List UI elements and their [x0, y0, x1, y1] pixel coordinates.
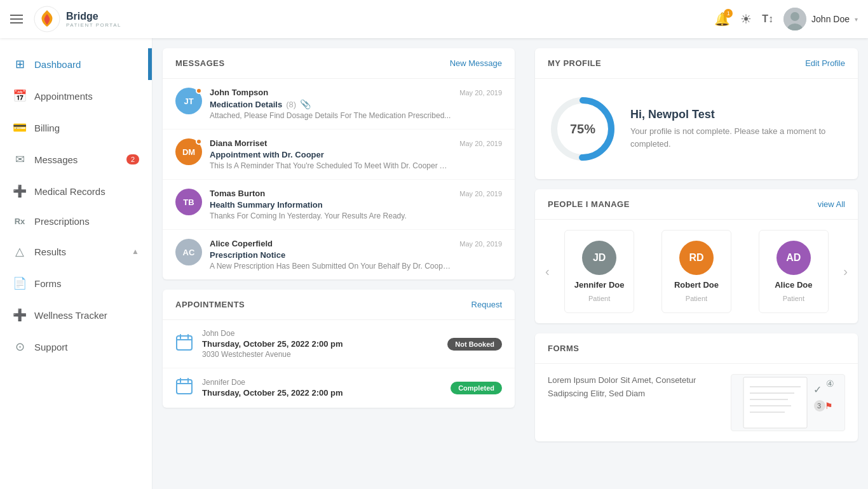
message-item[interactable]: AC Alice Coperfield May 20, 2019 Prescri… — [163, 230, 515, 279]
sidebar-label-prescriptions: Prescriptions — [34, 216, 90, 227]
message-top: Tomas Burton May 20, 2019 — [210, 189, 502, 198]
message-item[interactable]: DM Diana Morriset May 20, 2019 Appointme… — [163, 130, 515, 180]
billing-icon: 💳 — [13, 121, 27, 135]
messages-card-header: MESSAGES New Message — [163, 48, 515, 79]
forms-preview-image: ✓ ④ ⚑ 3 — [731, 374, 845, 431]
message-content: John Tompson May 20, 2019 Medication Det… — [210, 88, 502, 120]
sidebar-item-medical-records[interactable]: ➕ Medical Records — [0, 175, 152, 207]
avatar-dm: DM — [175, 138, 202, 165]
logo: Bridge PATIENT PORTAL — [33, 5, 121, 33]
new-message-button[interactable]: New Message — [450, 58, 502, 68]
appointment-status-badge: Completed — [451, 382, 502, 394]
person-role-jennifer: Patient — [588, 295, 610, 302]
person-avatar-ad: AD — [776, 241, 811, 275]
svg-text:3: 3 — [817, 402, 821, 410]
person-role-robert: Patient — [686, 295, 707, 302]
forms-content: Lorem Ipsum Dolor Sit Amet, Consetetur S… — [535, 364, 858, 441]
sidebar-item-messages[interactable]: ✉ Messages 2 — [0, 144, 152, 175]
right-panel: MY PROFILE Edit Profile 75% Hi, Newpol T… — [525, 38, 868, 489]
notification-bell[interactable]: 🔔 1 — [714, 11, 730, 27]
user-name: John Doe — [811, 14, 850, 24]
avatar-jt: JT — [175, 88, 202, 114]
user-chevron: ▾ — [855, 16, 858, 23]
user-menu[interactable]: John Doe ▾ — [783, 8, 858, 30]
message-content: Alice Coperfield May 20, 2019 Prescripti… — [210, 239, 502, 271]
svg-rect-4 — [177, 336, 192, 350]
message-subject: Appointment with Dr. Cooper — [210, 150, 502, 159]
view-all-button[interactable]: view All — [818, 199, 845, 209]
forms-icon: 📄 — [13, 276, 27, 290]
people-card: PEOPLE I MANAGE view All ‹ JD Jennifer D… — [535, 189, 858, 323]
message-sender: Tomas Burton — [210, 189, 265, 198]
message-sender: Alice Coperfield — [210, 239, 273, 248]
request-appointment-button[interactable]: Request — [471, 300, 502, 309]
sidebar-label-messages: Messages — [34, 154, 78, 165]
user-avatar — [783, 8, 806, 30]
appointment-date: Thursday, October 25, 2022 2:00 pm — [202, 339, 438, 349]
messages-card: MESSAGES New Message JT John Tompson May… — [163, 48, 515, 279]
avatar-ac: AC — [175, 239, 202, 265]
person-card-robert[interactable]: RD Robert Doe Patient — [661, 230, 731, 313]
sidebar-item-results[interactable]: △ Results ▲ — [0, 236, 152, 267]
sidebar: ⊞ Dashboard 📅 Appointments 💳 Billing ✉ M… — [0, 38, 153, 489]
header: Bridge PATIENT PORTAL 🔔 1 ☀ T↕ John Doe … — [0, 0, 868, 38]
profile-greeting: Hi, Newpol Test — [630, 108, 845, 121]
forms-title: FORMS — [548, 344, 579, 353]
sidebar-item-appointments[interactable]: 📅 Appointments — [0, 80, 152, 112]
logo-subtitle: PATIENT PORTAL — [66, 22, 121, 28]
profile-progress-circle: 75% — [548, 94, 618, 164]
header-right: 🔔 1 ☀ T↕ John Doe ▾ — [714, 8, 858, 30]
appointments-card-header: APPOINTMENTS Request — [163, 290, 515, 320]
sidebar-item-forms[interactable]: 📄 Forms — [0, 267, 152, 299]
svg-rect-8 — [177, 380, 192, 394]
profile-percentage: 75% — [570, 122, 595, 137]
message-preview: This Is A Reminder That You're Scheduled… — [210, 161, 451, 170]
svg-text:④: ④ — [826, 378, 834, 389]
profile-title: MY PROFILE — [548, 58, 601, 68]
appointment-patient: Jennifer Doe — [202, 378, 442, 387]
sidebar-item-wellness-tracker[interactable]: ➕ Wellness Tracker — [0, 299, 152, 331]
person-card-jennifer[interactable]: JD Jennifer Doe Patient — [564, 230, 634, 313]
sidebar-item-billing[interactable]: 💳 Billing — [0, 112, 152, 144]
message-item[interactable]: JT John Tompson May 20, 2019 Medication … — [163, 79, 515, 130]
medical-records-icon: ➕ — [13, 184, 27, 198]
people-prev-button[interactable]: ‹ — [541, 264, 553, 279]
edit-profile-button[interactable]: Edit Profile — [805, 58, 845, 68]
person-role-alice: Patient — [783, 295, 804, 302]
appointment-status-badge: Not Booked — [447, 338, 502, 351]
person-card-alice[interactable]: AD Alice Doe Patient — [759, 230, 829, 313]
people-next-button[interactable]: › — [839, 264, 851, 279]
profile-content: 75% Hi, Newpol Test Your profile is not … — [535, 79, 858, 179]
header-left: Bridge PATIENT PORTAL — [10, 5, 121, 33]
sidebar-item-prescriptions[interactable]: Rx Prescriptions — [0, 207, 152, 236]
support-icon: ⊙ — [13, 340, 27, 354]
svg-text:✓: ✓ — [813, 384, 822, 395]
appointment-item[interactable]: Jennifer Doe Thursday, October 25, 2022 … — [163, 368, 515, 408]
message-item[interactable]: TB Tomas Burton May 20, 2019 Health Summ… — [163, 180, 515, 230]
font-size-icon[interactable]: T↕ — [762, 13, 773, 25]
layout: ⊞ Dashboard 📅 Appointments 💳 Billing ✉ M… — [0, 38, 868, 489]
appointment-item[interactable]: John Doe Thursday, October 25, 2022 2:00… — [163, 320, 515, 368]
online-indicator — [196, 138, 202, 145]
message-subject: Prescription Notice — [210, 250, 502, 260]
messages-title: MESSAGES — [175, 58, 225, 68]
appointments-icon: 📅 — [13, 89, 27, 103]
hamburger-menu[interactable] — [10, 15, 23, 23]
message-top: Diana Morriset May 20, 2019 — [210, 138, 502, 148]
results-icon: △ — [13, 245, 27, 258]
message-sender: Diana Morriset — [210, 138, 267, 148]
brightness-icon[interactable]: ☀ — [740, 11, 752, 27]
appointment-info: Jennifer Doe Thursday, October 25, 2022 … — [202, 378, 442, 399]
prescriptions-icon: Rx — [13, 217, 27, 226]
appointments-card: APPOINTMENTS Request John Doe — [163, 290, 515, 408]
sidebar-label-billing: Billing — [34, 123, 60, 133]
avatar-tb: TB — [175, 189, 202, 215]
appointment-address: 3030 Westchester Avenue — [202, 350, 438, 359]
online-indicator — [196, 88, 202, 94]
appointment-date: Thursday, October 25, 2022 2:00 pm — [202, 388, 442, 398]
sidebar-item-support[interactable]: ⊙ Support — [0, 331, 152, 363]
sidebar-item-dashboard[interactable]: ⊞ Dashboard — [0, 48, 152, 80]
sidebar-label-forms: Forms — [34, 278, 62, 289]
dashboard-icon: ⊞ — [13, 57, 27, 71]
message-preview: A New Prescription Has Been Submitted On… — [210, 262, 451, 271]
